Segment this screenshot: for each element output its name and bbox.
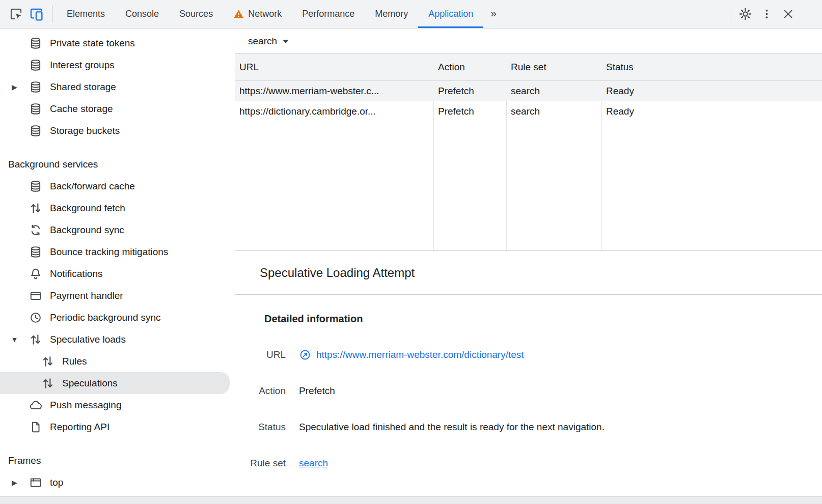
- tab-sources[interactable]: Sources: [169, 0, 223, 28]
- action-value: Prefetch: [299, 385, 335, 397]
- sidebar-item-periodic-background-sync[interactable]: Periodic background sync: [0, 306, 234, 328]
- sidebar-item-payment-handler[interactable]: Payment handler: [0, 285, 234, 306]
- sidebar-item-background-fetch[interactable]: Background fetch: [0, 197, 234, 219]
- tab-label: Sources: [179, 9, 213, 19]
- table-row[interactable]: https://www.merriam-webster.c... Prefetc…: [235, 81, 822, 101]
- sidebar-item-label: Push messaging: [50, 400, 121, 411]
- ruleset-filter-value: search: [248, 36, 277, 47]
- horizontal-scrollbar[interactable]: [0, 496, 822, 504]
- report-title: Speculative Loading Attempt: [235, 251, 822, 295]
- tab-performance[interactable]: Performance: [292, 0, 365, 28]
- tab-label: Console: [125, 9, 159, 19]
- sidebar-item-interest-groups[interactable]: Interest groups: [0, 54, 234, 76]
- chevron-down-icon: [283, 40, 289, 43]
- gear-icon: [738, 7, 752, 21]
- panel-tabs: Elements Console Sources Network Perform…: [57, 0, 504, 28]
- sidebar-item-private-state-tokens[interactable]: Private state tokens: [0, 32, 234, 54]
- sidebar-item-label: top: [50, 477, 63, 488]
- section-header-frames: Frames: [0, 450, 234, 471]
- url-value-link[interactable]: https://www.merriam-webster.com/dictiona…: [316, 349, 524, 360]
- sidebar-item-back-forward-cache[interactable]: Back/forward cache: [0, 175, 234, 197]
- tab-elements[interactable]: Elements: [57, 0, 115, 28]
- sidebar-item-speculations[interactable]: Speculations: [0, 372, 230, 394]
- tab-console[interactable]: Console: [115, 0, 169, 28]
- settings-button[interactable]: [734, 4, 756, 25]
- database-icon: [29, 59, 42, 72]
- sidebar-item-push-messaging[interactable]: Push messaging: [0, 394, 234, 416]
- cell-url: https://www.merriam-webster.c...: [235, 86, 433, 97]
- sidebar-item-label: Periodic background sync: [50, 312, 161, 323]
- sidebar-item-label: Background fetch: [50, 203, 125, 214]
- table-row[interactable]: https://dictionary.cambridge.or... Prefe…: [235, 101, 822, 122]
- detail-row-action: Action Prefetch: [235, 383, 822, 399]
- tab-label: Application: [428, 9, 473, 19]
- sidebar-item-speculative-loads[interactable]: ▼ Speculative loads: [0, 328, 234, 350]
- speculations-table: URL Action Rule set Status https://www.m…: [235, 54, 822, 251]
- sidebar-item-label: Background sync: [50, 225, 124, 236]
- database-icon: [29, 180, 42, 193]
- close-devtools-button[interactable]: [777, 4, 799, 25]
- ruleset-filter-dropdown[interactable]: search: [248, 36, 289, 47]
- cell-status: Ready: [601, 86, 822, 97]
- tab-label: Performance: [302, 9, 354, 19]
- column-header-status[interactable]: Status: [601, 62, 822, 73]
- more-tabs-button[interactable]: »: [483, 0, 504, 28]
- speculations-view: search URL Action Rule set Status https:…: [235, 29, 822, 496]
- arrows-up-down-icon: [29, 333, 42, 346]
- sidebar-item-label: Bounce tracking mitigations: [50, 246, 168, 258]
- sidebar-item-bounce-tracking-mitigations[interactable]: Bounce tracking mitigations: [0, 241, 234, 263]
- url-label: URL: [235, 349, 286, 360]
- frame-icon: [29, 476, 42, 489]
- speculations-filter-bar: search: [235, 29, 822, 54]
- device-toolbar-button[interactable]: [26, 4, 48, 25]
- bell-icon: [29, 267, 42, 281]
- chevron-right-icon[interactable]: ▶: [0, 83, 29, 91]
- payment-card-icon: [29, 289, 42, 302]
- column-header-url[interactable]: URL: [235, 62, 433, 73]
- tab-memory[interactable]: Memory: [365, 0, 418, 28]
- arrows-up-down-icon: [41, 355, 54, 368]
- customize-devtools-button[interactable]: [756, 4, 777, 25]
- column-header-rule-set[interactable]: Rule set: [506, 62, 601, 73]
- ruleset-label: Rule set: [235, 458, 286, 469]
- tab-label: Memory: [375, 9, 408, 19]
- sidebar-item-reporting-api[interactable]: Reporting API: [0, 416, 234, 438]
- inspect-element-button[interactable]: [5, 4, 26, 25]
- tab-network[interactable]: Network: [223, 0, 292, 28]
- column-header-action[interactable]: Action: [433, 62, 506, 73]
- ruleset-link[interactable]: search: [299, 458, 328, 469]
- sidebar-item-storage-buckets[interactable]: Storage buckets: [0, 120, 234, 142]
- sidebar-item-label: Private state tokens: [50, 38, 135, 49]
- reveal-in-network-icon[interactable]: [299, 349, 311, 361]
- status-label: Status: [235, 422, 286, 433]
- close-icon: [782, 8, 794, 20]
- database-icon: [29, 37, 42, 50]
- inspect-cursor-icon: [9, 7, 23, 21]
- database-icon: [29, 102, 42, 116]
- cell-url: https://dictionary.cambridge.or...: [235, 106, 433, 117]
- cell-action: Prefetch: [433, 86, 506, 97]
- detail-row-rule-set: Rule set search: [235, 456, 822, 471]
- sidebar-item-top-frame[interactable]: ▶ top: [0, 471, 234, 493]
- device-toolbar-icon: [29, 6, 45, 22]
- sidebar-item-background-sync[interactable]: Background sync: [0, 219, 234, 241]
- toolbar-divider: [52, 6, 52, 23]
- sidebar-item-notifications[interactable]: Notifications: [0, 263, 234, 285]
- sidebar-item-shared-storage[interactable]: ▶ Shared storage: [0, 76, 234, 98]
- status-value: Speculative load finished and the result…: [299, 422, 605, 433]
- chevron-right-icon[interactable]: ▶: [0, 479, 29, 487]
- chevron-down-icon[interactable]: ▼: [0, 335, 29, 344]
- sync-arrows-icon: [29, 223, 42, 237]
- sidebar-item-rules[interactable]: Rules: [0, 350, 234, 372]
- tab-application[interactable]: Application: [418, 0, 483, 28]
- database-icon: [29, 80, 42, 94]
- section-header-background-services: Background services: [0, 153, 234, 175]
- sidebar-item-cache-storage[interactable]: Cache storage: [0, 98, 234, 120]
- sidebar-item-label: Back/forward cache: [50, 181, 135, 192]
- warning-triangle-icon: [233, 9, 244, 19]
- sidebar-item-label: Interest groups: [50, 60, 115, 71]
- tab-label: Elements: [67, 9, 105, 19]
- cell-rule-set: search: [506, 86, 601, 97]
- sidebar-item-label: Reporting API: [50, 422, 109, 433]
- detail-row-status: Status Speculative load finished and the…: [235, 419, 822, 435]
